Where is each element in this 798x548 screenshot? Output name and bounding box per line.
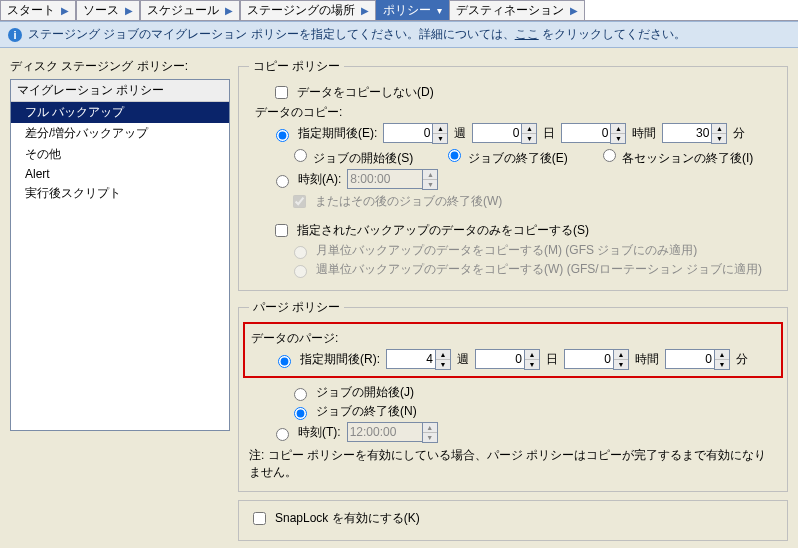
spin-up-icon[interactable]: ▲ xyxy=(614,350,628,360)
spin-up-icon[interactable]: ▲ xyxy=(525,350,539,360)
spin-down-icon[interactable]: ▼ xyxy=(433,134,447,143)
tab-staging[interactable]: ステージングの場所▶ xyxy=(240,0,376,20)
purge-time-label: 時刻(T): xyxy=(298,424,341,441)
spin-down-icon[interactable]: ▼ xyxy=(522,134,536,143)
only-backup-checkbox[interactable] xyxy=(275,224,288,237)
copy-time-spinner: ▲▼ xyxy=(347,169,438,190)
info-bar: i ステージング ジョブのマイグレーション ポリシーを指定してください。詳細につ… xyxy=(0,21,798,48)
after-session-label: 各セッションの終了後(I) xyxy=(622,151,753,165)
tab-destination[interactable]: デスティネーション▶ xyxy=(449,0,585,20)
chevron-right-icon: ▶ xyxy=(125,5,133,16)
spin-down-icon: ▼ xyxy=(423,433,437,442)
list-header: マイグレーション ポリシー xyxy=(11,80,229,102)
copy-days-spinner[interactable]: ▲▼ xyxy=(472,123,537,144)
copy-after-start-radio[interactable] xyxy=(294,149,307,162)
monthly-label: 月単位バックアップのデータをコピーする(M) (GFS ジョブにのみ適用) xyxy=(316,242,697,259)
info-text: ステージング ジョブのマイグレーション ポリシーを指定してください。詳細について… xyxy=(28,26,686,43)
or-after-label: またはその後のジョブの終了後(W) xyxy=(315,193,502,210)
tab-source[interactable]: ソース▶ xyxy=(76,0,140,20)
copy-time-label: 時刻(A): xyxy=(298,171,341,188)
info-link[interactable]: ここ xyxy=(515,27,539,41)
spin-down-icon[interactable]: ▼ xyxy=(715,360,729,369)
left-title: ディスク ステージング ポリシー: xyxy=(10,58,230,75)
spin-up-icon: ▲ xyxy=(423,423,437,433)
tab-row: スタート▶ ソース▶ スケジュール▶ ステージングの場所▶ ポリシー▾ デスティ… xyxy=(0,0,798,21)
spin-up-icon[interactable]: ▲ xyxy=(436,350,450,360)
copy-mins-spinner[interactable]: ▲▼ xyxy=(662,123,727,144)
after-start-label: ジョブの開始後(S) xyxy=(313,151,413,165)
no-copy-label: データをコピーしない(D) xyxy=(297,84,434,101)
weekly-radio xyxy=(294,265,307,278)
purge-weeks-spinner[interactable]: ▲▼ xyxy=(386,349,451,370)
tab-schedule[interactable]: スケジュール▶ xyxy=(140,0,240,20)
unit-label: 時間 xyxy=(632,125,656,142)
purge-period-radio[interactable] xyxy=(278,355,291,368)
spin-down-icon[interactable]: ▼ xyxy=(712,134,726,143)
unit-label: 日 xyxy=(543,125,555,142)
copy-legend: コピー ポリシー xyxy=(249,58,344,75)
purge-policy-group: パージ ポリシー データのパージ: 指定期間後(R): ▲▼ 週 ▲▼ 日 ▲▼… xyxy=(238,299,788,492)
copy-hours-spinner[interactable]: ▲▼ xyxy=(561,123,626,144)
purge-mins-spinner[interactable]: ▲▼ xyxy=(665,349,730,370)
purge-after-start-label: ジョブの開始後(J) xyxy=(316,384,414,401)
after-end-label: ジョブの終了後(E) xyxy=(468,151,568,165)
purge-time-radio[interactable] xyxy=(276,428,289,441)
copy-period-radio[interactable] xyxy=(276,129,289,142)
spin-down-icon[interactable]: ▼ xyxy=(525,360,539,369)
purge-note: 注: コピー ポリシーを有効にしている場合、パージ ポリシーはコピーが完了するま… xyxy=(249,447,777,481)
chevron-down-icon: ▾ xyxy=(437,5,442,16)
only-backup-label: 指定されたバックアップのデータのみをコピーする(S) xyxy=(297,222,589,239)
copy-section-label: データのコピー: xyxy=(249,104,777,121)
copy-period-label: 指定期間後(E): xyxy=(298,125,377,142)
info-icon: i xyxy=(8,28,22,42)
purge-after-end-label: ジョブの終了後(N) xyxy=(316,403,417,420)
spin-down-icon[interactable]: ▼ xyxy=(436,360,450,369)
spin-down-icon[interactable]: ▼ xyxy=(614,360,628,369)
no-copy-checkbox[interactable] xyxy=(275,86,288,99)
unit-label: 分 xyxy=(736,351,748,368)
list-item[interactable]: フル バックアップ xyxy=(11,102,229,123)
policy-list[interactable]: マイグレーション ポリシー フル バックアップ 差分/増分バックアップ その他 … xyxy=(10,79,230,431)
purge-legend: パージ ポリシー xyxy=(249,299,344,316)
copy-weeks-spinner[interactable]: ▲▼ xyxy=(383,123,448,144)
unit-label: 日 xyxy=(546,351,558,368)
copy-time-radio[interactable] xyxy=(276,175,289,188)
list-item[interactable]: Alert xyxy=(11,165,229,183)
spin-down-icon[interactable]: ▼ xyxy=(611,134,625,143)
purge-time-spinner: ▲▼ xyxy=(347,422,438,443)
chevron-right-icon: ▶ xyxy=(225,5,233,16)
list-item[interactable]: 差分/増分バックアップ xyxy=(11,123,229,144)
purge-section-label: データのパージ: xyxy=(251,330,775,347)
unit-label: 分 xyxy=(733,125,745,142)
unit-label: 時間 xyxy=(635,351,659,368)
tab-start[interactable]: スタート▶ xyxy=(0,0,76,20)
weekly-label: 週単位バックアップのデータをコピーする(W) (GFS/ローテーション ジョブに… xyxy=(316,261,762,278)
copy-after-end-radio[interactable] xyxy=(448,149,461,162)
list-item[interactable]: その他 xyxy=(11,144,229,165)
purge-period-label: 指定期間後(R): xyxy=(300,351,380,368)
spin-up-icon[interactable]: ▲ xyxy=(611,124,625,134)
unit-label: 週 xyxy=(457,351,469,368)
chevron-right-icon: ▶ xyxy=(361,5,369,16)
spin-up-icon: ▲ xyxy=(423,170,437,180)
snaplock-checkbox[interactable] xyxy=(253,512,266,525)
spin-up-icon[interactable]: ▲ xyxy=(715,350,729,360)
snaplock-label: SnapLock を有効にする(K) xyxy=(275,510,420,527)
spin-down-icon: ▼ xyxy=(423,180,437,189)
purge-hours-spinner[interactable]: ▲▼ xyxy=(564,349,629,370)
tab-policy[interactable]: ポリシー▾ xyxy=(376,0,449,20)
snaplock-group: SnapLock を有効にする(K) xyxy=(238,500,788,541)
spin-up-icon[interactable]: ▲ xyxy=(522,124,536,134)
purge-days-spinner[interactable]: ▲▼ xyxy=(475,349,540,370)
spin-up-icon[interactable]: ▲ xyxy=(433,124,447,134)
spin-up-icon[interactable]: ▲ xyxy=(712,124,726,134)
chevron-right-icon: ▶ xyxy=(61,5,69,16)
purge-after-start-radio[interactable] xyxy=(294,388,307,401)
copy-policy-group: コピー ポリシー データをコピーしない(D) データのコピー: 指定期間後(E)… xyxy=(238,58,788,291)
copy-after-session-radio[interactable] xyxy=(603,149,616,162)
highlight-box: データのパージ: 指定期間後(R): ▲▼ 週 ▲▼ 日 ▲▼ 時間 ▲▼ 分 xyxy=(243,322,783,378)
list-item[interactable]: 実行後スクリプト xyxy=(11,183,229,204)
purge-after-end-radio[interactable] xyxy=(294,407,307,420)
monthly-radio xyxy=(294,246,307,259)
unit-label: 週 xyxy=(454,125,466,142)
